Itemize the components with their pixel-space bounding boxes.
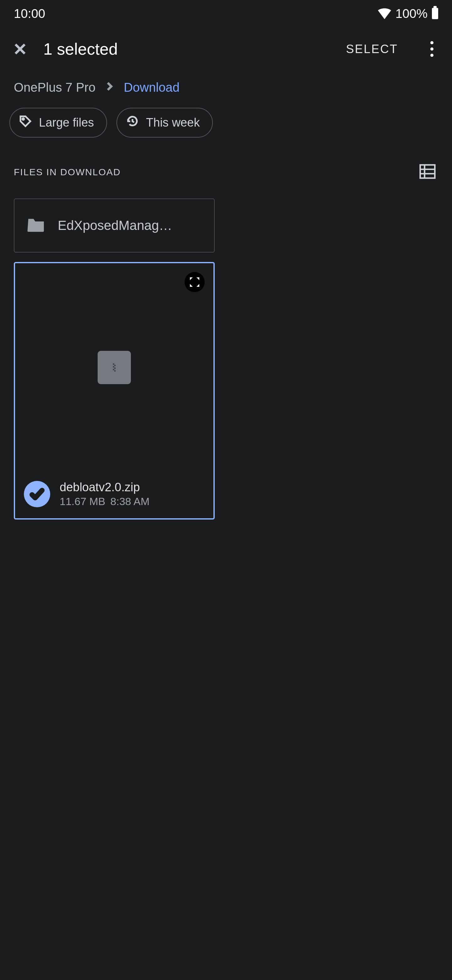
file-meta-row: debloatv2.0.zip 11.67 MB 8:38 AM	[15, 472, 213, 518]
selected-check-icon[interactable]	[24, 481, 50, 507]
filter-chip-row: Large files This week	[0, 98, 452, 141]
status-bar: 10:00 100%	[0, 0, 452, 27]
folder-name: EdXposedManag…	[58, 218, 203, 233]
filter-chip-large-files[interactable]: Large files	[10, 108, 107, 138]
svg-marker-9	[190, 284, 193, 287]
history-icon	[126, 115, 139, 130]
wifi-icon	[378, 8, 391, 19]
battery-percent: 100%	[395, 6, 428, 21]
svg-rect-11	[113, 363, 114, 365]
svg-marker-10	[197, 284, 199, 287]
close-selection-button[interactable]	[11, 40, 29, 58]
battery-icon	[432, 8, 438, 19]
svg-rect-16	[114, 370, 116, 372]
folder-item[interactable]: EdXposedManag…	[14, 199, 215, 253]
svg-rect-3	[420, 165, 435, 178]
svg-rect-13	[113, 366, 114, 368]
breadcrumb-root[interactable]: OnePlus 7 Pro	[14, 80, 95, 95]
section-header: FILES IN DOWNLOAD	[0, 141, 452, 187]
more-options-button[interactable]	[423, 41, 441, 57]
selection-app-bar: 1 selected SELECT	[0, 27, 452, 71]
file-name: debloatv2.0.zip	[60, 480, 149, 494]
breadcrumb-current: Download	[124, 80, 179, 95]
file-preview	[15, 263, 213, 472]
list-view-toggle[interactable]	[419, 163, 436, 181]
svg-point-2	[22, 118, 24, 120]
svg-marker-7	[190, 277, 193, 280]
select-all-button[interactable]: SELECT	[346, 42, 398, 56]
svg-rect-12	[114, 365, 116, 366]
chevron-right-icon	[104, 80, 115, 95]
tag-icon	[19, 115, 32, 130]
folder-icon	[26, 215, 46, 237]
selection-count-title: 1 selected	[43, 40, 331, 59]
filter-chip-label: This week	[146, 116, 200, 129]
filter-chip-this-week[interactable]: This week	[116, 108, 213, 138]
svg-marker-8	[197, 277, 199, 280]
expand-icon[interactable]	[185, 272, 205, 292]
breadcrumb: OnePlus 7 Pro Download	[0, 71, 452, 98]
section-title: FILES IN DOWNLOAD	[14, 167, 121, 177]
file-size: 11.67 MB	[60, 495, 105, 508]
svg-rect-15	[113, 369, 114, 370]
filter-chip-label: Large files	[39, 116, 94, 129]
file-modified-time: 8:38 AM	[111, 495, 150, 508]
svg-rect-14	[114, 368, 116, 369]
zip-file-icon	[98, 351, 131, 384]
clock: 10:00	[14, 6, 45, 21]
file-card-selected[interactable]: debloatv2.0.zip 11.67 MB 8:38 AM	[14, 262, 215, 520]
